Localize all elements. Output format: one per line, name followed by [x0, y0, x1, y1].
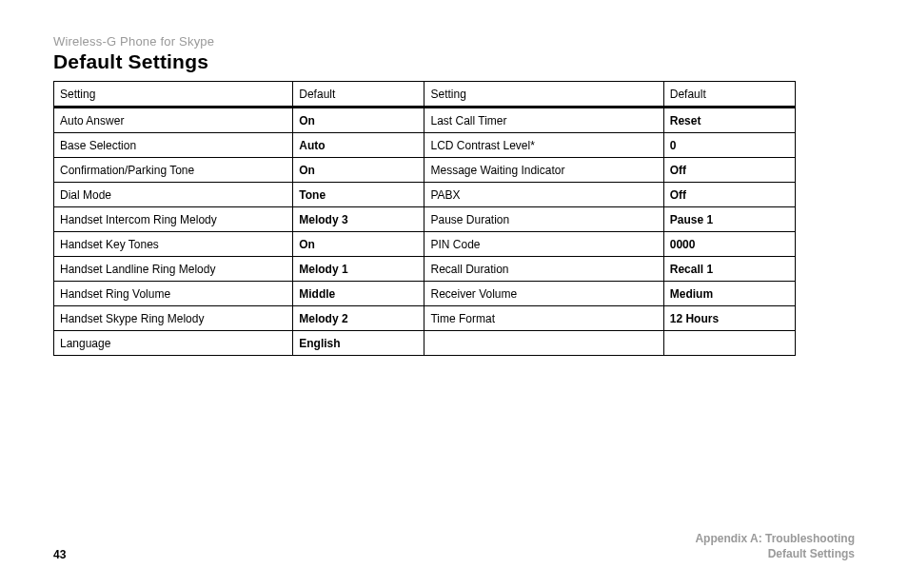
- default-cell: English: [293, 331, 424, 356]
- setting-cell: [424, 331, 663, 356]
- default-cell: Melody 2: [293, 306, 424, 331]
- table-row: Handset Key Tones On PIN Code 0000: [54, 232, 796, 257]
- page-footer: 43 Appendix A: Troubleshooting Default S…: [53, 531, 855, 561]
- setting-cell: Base Selection: [54, 133, 293, 158]
- setting-cell: Pause Duration: [424, 207, 663, 232]
- default-cell: On: [293, 108, 424, 133]
- col-setting-left: Setting: [54, 82, 293, 108]
- setting-cell: PIN Code: [424, 232, 663, 257]
- table-row: Base Selection Auto LCD Contrast Level* …: [54, 133, 796, 158]
- setting-cell: Auto Answer: [54, 108, 293, 133]
- default-cell: 12 Hours: [663, 306, 795, 331]
- setting-cell: Message Waiting Indicator: [424, 158, 663, 183]
- page-title: Default Settings: [53, 50, 855, 73]
- default-cell: Medium: [663, 282, 795, 306]
- setting-cell: Time Format: [424, 306, 663, 331]
- table-row: Auto Answer On Last Call Timer Reset: [54, 108, 796, 133]
- setting-cell: PABX: [424, 183, 663, 207]
- setting-cell: Handset Key Tones: [54, 232, 293, 257]
- table-row: Dial Mode Tone PABX Off: [54, 183, 796, 207]
- table-row: Handset Skype Ring Melody Melody 2 Time …: [54, 306, 796, 331]
- appendix-label: Appendix A: Troubleshooting Default Sett…: [695, 531, 855, 561]
- table-row: Language English: [54, 331, 796, 356]
- document-page: Wireless-G Phone for Skype Default Setti…: [0, 0, 908, 356]
- col-default-right: Default: [663, 82, 795, 108]
- default-cell: Melody 3: [293, 207, 424, 232]
- default-cell: 0: [663, 133, 795, 158]
- default-cell: Auto: [293, 133, 424, 158]
- table-row: Handset Intercom Ring Melody Melody 3 Pa…: [54, 207, 796, 232]
- setting-cell: Dial Mode: [54, 183, 293, 207]
- table-row: Handset Ring Volume Middle Receiver Volu…: [54, 282, 796, 306]
- default-cell: Middle: [293, 282, 424, 306]
- default-cell: Melody 1: [293, 257, 424, 282]
- default-cell: Off: [663, 158, 795, 183]
- setting-cell: Receiver Volume: [424, 282, 663, 306]
- setting-cell: Last Call Timer: [424, 108, 663, 133]
- setting-cell: LCD Contrast Level*: [424, 133, 663, 158]
- setting-cell: Handset Landline Ring Melody: [54, 257, 293, 282]
- default-cell: Recall 1: [663, 257, 795, 282]
- appendix-line-1: Appendix A: Troubleshooting: [695, 531, 855, 546]
- col-setting-right: Setting: [424, 82, 663, 108]
- col-default-left: Default: [293, 82, 424, 108]
- default-cell: On: [293, 158, 424, 183]
- table-row: Confirmation/Parking Tone On Message Wai…: [54, 158, 796, 183]
- default-settings-table: Setting Default Setting Default Auto Ans…: [53, 81, 796, 356]
- table-header-row: Setting Default Setting Default: [54, 82, 796, 108]
- default-cell: Pause 1: [663, 207, 795, 232]
- appendix-line-2: Default Settings: [695, 546, 855, 561]
- default-cell: Reset: [663, 108, 795, 133]
- default-cell: [663, 331, 795, 356]
- product-line: Wireless-G Phone for Skype: [53, 34, 855, 49]
- setting-cell: Confirmation/Parking Tone: [54, 158, 293, 183]
- setting-cell: Recall Duration: [424, 257, 663, 282]
- table-row: Handset Landline Ring Melody Melody 1 Re…: [54, 257, 796, 282]
- setting-cell: Handset Intercom Ring Melody: [54, 207, 293, 232]
- setting-cell: Handset Ring Volume: [54, 282, 293, 306]
- default-cell: On: [293, 232, 424, 257]
- default-cell: Off: [663, 183, 795, 207]
- table-body: Auto Answer On Last Call Timer Reset Bas…: [54, 108, 796, 356]
- default-cell: 0000: [663, 232, 795, 257]
- page-number: 43: [53, 548, 66, 561]
- default-cell: Tone: [293, 183, 424, 207]
- setting-cell: Handset Skype Ring Melody: [54, 306, 293, 331]
- setting-cell: Language: [54, 331, 293, 356]
